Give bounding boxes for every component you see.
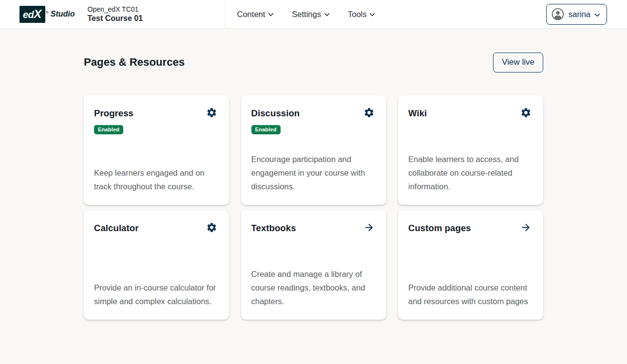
card-title: Progress <box>94 108 133 119</box>
course-org-number: Open_edX TC01 <box>88 5 225 14</box>
card-description: Provide an in-course calculator for simp… <box>94 281 217 308</box>
edx-logo-icon: edX <box>19 6 45 23</box>
card-description: Provide additional course content and re… <box>408 281 532 308</box>
settings-gear-button[interactable] <box>520 107 532 118</box>
card-title: Discussion <box>251 108 300 119</box>
settings-gear-button[interactable] <box>206 107 217 118</box>
gear-icon <box>206 107 217 118</box>
avatar-icon <box>551 8 564 20</box>
card-title: Calculator <box>94 223 138 234</box>
card-title: Wiki <box>408 108 427 119</box>
settings-gear-button[interactable] <box>363 107 375 118</box>
resource-card-wiki[interactable]: Wiki Enable learners to access, and coll… <box>398 95 543 205</box>
enabled-badge: Enabled <box>251 125 281 134</box>
main-content: Pages & Resources View live Progress Ena… <box>84 53 543 320</box>
resource-card-discussion[interactable]: Discussion Enabled Encourage participati… <box>241 95 386 205</box>
course-info: Open_edX TC01 Test Course 01 <box>88 5 225 24</box>
nav-content-menu[interactable]: Content <box>237 10 274 19</box>
course-title: Test Course 01 <box>88 14 225 24</box>
enabled-badge: Enabled <box>94 125 123 134</box>
edx-studio-logo[interactable]: edX® Studio <box>19 6 75 23</box>
card-description: Create and manage a library of course re… <box>251 267 375 308</box>
resource-card-calculator[interactable]: Calculator Provide an in-course calculat… <box>84 210 229 320</box>
resource-card-textbooks[interactable]: Textbooks Create and manage a library of… <box>241 210 386 320</box>
username-label: sarina <box>569 10 590 19</box>
card-description: Enable learners to access, and collabora… <box>408 152 532 193</box>
chevron-down-icon <box>370 11 375 16</box>
view-live-button[interactable]: View live <box>493 53 543 73</box>
gear-icon <box>206 222 217 233</box>
resource-card-progress[interactable]: Progress Enabled Keep learners engaged a… <box>84 95 229 205</box>
settings-gear-button[interactable] <box>206 222 217 233</box>
chevron-down-icon <box>595 11 600 16</box>
arrow-right-icon <box>363 222 375 233</box>
arrow-right-icon <box>520 222 532 233</box>
chevron-down-icon <box>268 11 273 16</box>
gear-icon <box>363 107 375 118</box>
gear-icon <box>520 107 532 118</box>
page-header: Pages & Resources View live <box>84 53 543 72</box>
nav-tools-menu[interactable]: Tools <box>348 10 375 19</box>
card-title: Custom pages <box>408 223 471 234</box>
header-divider <box>225 0 226 29</box>
open-page-arrow-button[interactable] <box>520 222 532 233</box>
main-nav: Content Settings Tools <box>237 10 375 19</box>
studio-wordmark: Studio <box>51 10 75 18</box>
app-header: edX® Studio Open_edX TC01 Test Course 01… <box>0 0 627 29</box>
card-description: Encourage participation and engagement i… <box>251 152 375 193</box>
resource-cards-grid: Progress Enabled Keep learners engaged a… <box>84 95 543 320</box>
registered-mark: ® <box>46 10 49 15</box>
studio-pages-resources-screen: edX® Studio Open_edX TC01 Test Course 01… <box>0 0 627 364</box>
user-menu-button[interactable]: sarina <box>546 4 607 25</box>
nav-settings-menu[interactable]: Settings <box>292 10 329 19</box>
card-title: Textbooks <box>251 223 296 234</box>
chevron-down-icon <box>324 11 329 16</box>
card-description: Keep learners engaged and on track throu… <box>94 166 217 193</box>
resource-card-custom-pages[interactable]: Custom pages Provide additional course c… <box>398 210 543 320</box>
page-title: Pages & Resources <box>84 56 185 69</box>
open-page-arrow-button[interactable] <box>363 222 375 233</box>
